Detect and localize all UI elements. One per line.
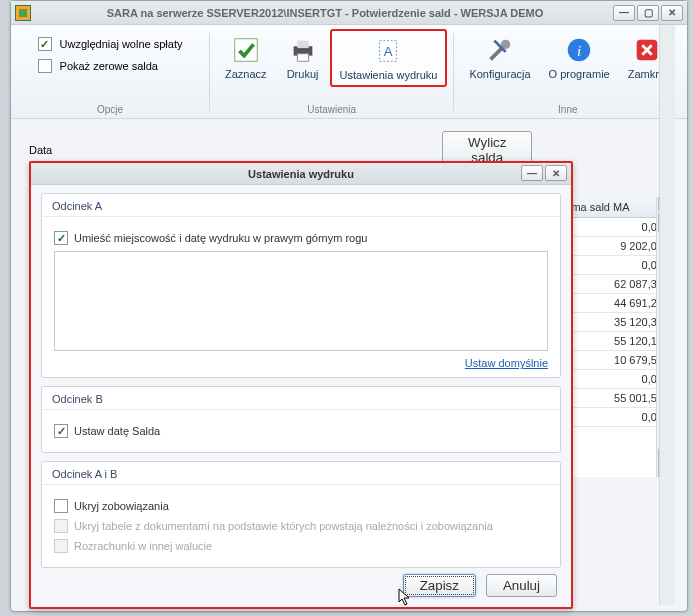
section-a-textarea[interactable] (54, 251, 548, 351)
close-button[interactable]: ✕ (661, 5, 683, 21)
set-default-link[interactable]: Ustaw domyślnie (54, 357, 548, 369)
checkbox-icon (54, 519, 68, 533)
chk-label: Rozrachunki w innej walucie (74, 540, 212, 552)
ustawienia-wydruku-button[interactable]: A Ustawienia wydruku (330, 29, 448, 87)
konfiguracja-button[interactable]: Konfiguracja (460, 29, 539, 85)
check-icon (230, 34, 262, 66)
save-button[interactable]: Zapisz (403, 574, 476, 597)
dialog-titlebar: Ustawienia wydruku — ✕ (31, 163, 571, 185)
dialog-close-button[interactable]: ✕ (545, 165, 567, 181)
svg-text:A: A (384, 44, 393, 59)
info-icon: i (563, 34, 595, 66)
chk-label: Ukryj tabele z dokumentami na podstawie … (74, 520, 493, 532)
checkbox-icon (54, 231, 68, 245)
titlebar: SARA na serwerze SSERVER2012\INSERTGT - … (11, 1, 687, 25)
btn-label: Drukuj (287, 68, 319, 80)
checkbox-icon (38, 59, 52, 73)
checkbox-icon (54, 539, 68, 553)
window-title: SARA na serwerze SSERVER2012\INSERTGT - … (37, 7, 613, 19)
opt-include-free-payments[interactable]: Uwzględniaj wolne spłaty (32, 33, 189, 55)
ribbon: Uwzględniaj wolne spłaty Pokaż zerowe sa… (11, 25, 687, 119)
chk-hide-tables: Ukryj tabele z dokumentami na podstawie … (54, 519, 548, 533)
svg-rect-2 (297, 41, 308, 49)
svg-text:i: i (577, 43, 581, 59)
btn-label: O programie (549, 68, 610, 80)
data-label: Data (29, 144, 52, 156)
group-label: Inne (558, 102, 577, 118)
maximize-button[interactable]: ▢ (637, 5, 659, 21)
section-ab: Odcinek A i B Ukryj zobowiązania Ukryj t… (41, 461, 561, 568)
page-setup-icon: A (372, 35, 404, 67)
opt-show-zero-balances[interactable]: Pokaż zerowe salda (32, 55, 164, 77)
chk-other-currency: Rozrachunki w innej walucie (54, 539, 548, 553)
section-a: Odcinek A Umieść miejscowość i datę wydr… (41, 193, 561, 378)
section-title: Odcinek A i B (42, 462, 560, 485)
group-label: Ustawienia (307, 102, 356, 118)
checkbox-icon (38, 37, 52, 51)
section-b: Odcinek B Ustaw datę Salda (41, 386, 561, 453)
chk-hide-obligations[interactable]: Ukryj zobowiązania (54, 499, 548, 513)
drukuj-button[interactable]: Drukuj (276, 29, 330, 85)
btn-label: Ustawienia wydruku (340, 69, 438, 81)
opt-label: Pokaż zerowe salda (60, 60, 158, 72)
cancel-button[interactable]: Anuluj (486, 574, 557, 597)
svg-rect-0 (235, 39, 258, 62)
o-programie-button[interactable]: i O programie (540, 29, 619, 85)
checkbox-icon (54, 424, 68, 438)
tools-icon (484, 34, 516, 66)
btn-label: Konfiguracja (469, 68, 530, 80)
section-title: Odcinek A (42, 194, 560, 217)
chk-set-balance-date[interactable]: Ustaw datę Salda (54, 424, 548, 438)
zaznacz-button[interactable]: Zaznacz (216, 29, 276, 85)
chk-label: Ustaw datę Salda (74, 425, 160, 437)
dialog-minimize-button[interactable]: — (521, 165, 543, 181)
app-icon (15, 5, 31, 21)
btn-label: Zaznacz (225, 68, 267, 80)
chk-label: Umieść miejscowość i datę wydruku w praw… (74, 232, 367, 244)
chk-label: Ukryj zobowiązania (74, 500, 169, 512)
svg-rect-3 (297, 54, 308, 62)
group-label: Opcje (97, 102, 123, 118)
printer-icon (287, 34, 319, 66)
minimize-button[interactable]: — (613, 5, 635, 21)
main-window: SARA na serwerze SSERVER2012\INSERTGT - … (10, 0, 688, 612)
outer-scrollbar[interactable] (659, 25, 675, 605)
chk-place-city-date[interactable]: Umieść miejscowość i datę wydruku w praw… (54, 231, 548, 245)
section-title: Odcinek B (42, 387, 560, 410)
dialog-title: Ustawienia wydruku (248, 168, 354, 180)
opt-label: Uwzględniaj wolne spłaty (60, 38, 183, 50)
print-settings-dialog: Ustawienia wydruku — ✕ Odcinek A Umieść … (29, 161, 573, 609)
checkbox-icon (54, 499, 68, 513)
